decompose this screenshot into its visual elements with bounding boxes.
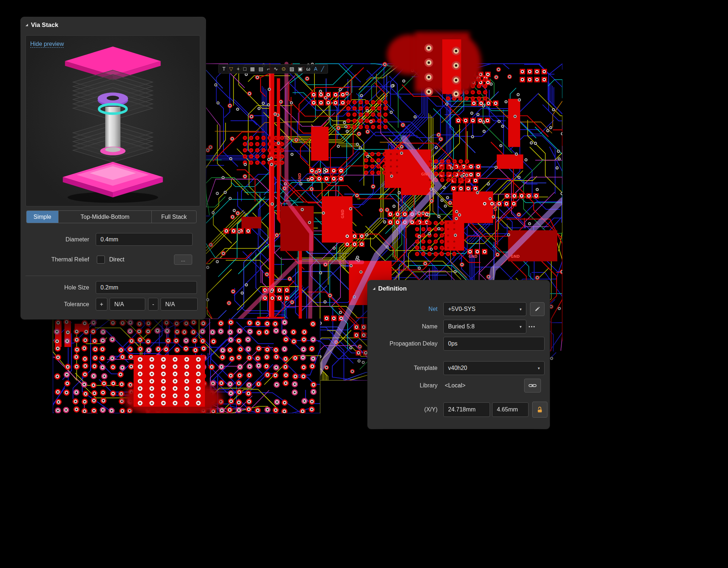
- link-icon: [529, 383, 537, 388]
- signal-wave-icon[interactable]: ∿: [274, 66, 278, 71]
- tolerance-minus-input[interactable]: N/A: [161, 298, 198, 311]
- collapse-icon[interactable]: ◢: [25, 23, 28, 27]
- layer-stack-icon[interactable]: ▤: [258, 66, 263, 71]
- tab-full-stack[interactable]: Full Stack: [152, 211, 196, 223]
- template-label: Template: [368, 361, 438, 375]
- library-value: <Local>: [445, 379, 466, 393]
- propagation-delay-label: Propagation Delay: [368, 337, 438, 351]
- xy-label: (X/Y): [368, 402, 438, 417]
- hole-size-input[interactable]: 0.2mm: [96, 281, 197, 294]
- name-value: Buried 5:8: [448, 323, 475, 330]
- chevron-down-icon: ▾: [519, 324, 522, 329]
- thermal-relief-checkbox[interactable]: [97, 256, 105, 264]
- tolerance-label: Tolerance: [21, 298, 89, 311]
- definition-header: ◢ Definition: [373, 285, 407, 292]
- text-tool-icon[interactable]: A: [314, 66, 317, 71]
- x-coordinate-input[interactable]: 24.718mm: [443, 402, 490, 417]
- net-value: +5V0-SYS: [448, 306, 475, 312]
- add-icon[interactable]: +: [237, 66, 240, 71]
- name-more-button[interactable]: •••: [529, 320, 536, 334]
- tolerance-minus-icon: -: [148, 298, 158, 311]
- tab-top-middle-bottom[interactable]: Top-Middle-Bottom: [59, 211, 152, 223]
- net-dropdown[interactable]: +5V0-SYS ▾: [443, 302, 526, 316]
- pin-icon[interactable]: ⊙: [281, 66, 286, 71]
- omega-tool-icon[interactable]: ω: [306, 66, 310, 71]
- bottom-layer-slab: [63, 162, 163, 203]
- composite-screenshot: { "icons": { "collapse_glyph": "◢", "car…: [0, 0, 728, 568]
- line-tool-icon[interactable]: ╱: [321, 66, 324, 71]
- hide-preview-link[interactable]: Hide preview: [30, 41, 64, 48]
- chevron-down-icon: ▾: [519, 307, 522, 312]
- filter-icon[interactable]: ▽: [229, 66, 233, 71]
- pcb-bottom-canvas[interactable]: [53, 319, 320, 413]
- via-mode-tabs: Simple Top-Middle-Bottom Full Stack: [26, 210, 197, 223]
- thermal-relief-label: Thermal Relief: [21, 254, 89, 265]
- thermal-relief-more-button[interactable]: ...: [174, 255, 192, 265]
- template-dropdown[interactable]: v40h20 ▾: [443, 361, 545, 375]
- definition-title: Definition: [378, 285, 407, 292]
- diameter-input[interactable]: 0.4mm: [96, 233, 193, 246]
- template-value: v40h20: [448, 365, 467, 371]
- tab-simple[interactable]: Simple: [27, 211, 59, 223]
- y-coordinate-input[interactable]: 4.65mm: [492, 402, 529, 417]
- hole-size-label: Hole Size: [21, 281, 89, 294]
- section-divider: [25, 276, 201, 276]
- via-3d-preview: [26, 36, 200, 206]
- image-icon[interactable]: ▣: [298, 66, 302, 71]
- chevron-down-icon: ▾: [538, 366, 540, 371]
- definition-panel: ◢ Definition Net +5V0-SYS ▾ Name Buried …: [368, 280, 550, 429]
- library-label: Library: [368, 379, 438, 393]
- library-link-button[interactable]: [524, 379, 541, 393]
- histogram-icon[interactable]: ▦: [250, 66, 255, 71]
- xy-lock-button[interactable]: [532, 402, 547, 418]
- via-preview-box: Hide preview: [25, 35, 200, 206]
- via-stack-header: ◢ Via Stack: [25, 21, 58, 29]
- selection-area-icon[interactable]: □: [244, 66, 246, 71]
- tolerance-plus-icon: +: [96, 298, 107, 311]
- select-tool-icon[interactable]: T: [222, 66, 226, 71]
- polygon-pour-icon[interactable]: ▨: [289, 66, 294, 71]
- pencil-icon: [534, 306, 540, 312]
- pcb-toolbar: T ▽ + □ ▦ ▤ ⌐ ∿ ⊙ ▨ ▣ ω A ╱: [218, 64, 328, 74]
- tolerance-plus-input[interactable]: N/A: [110, 298, 145, 311]
- net-label: Net: [368, 302, 438, 316]
- net-edit-button[interactable]: [530, 302, 545, 316]
- name-label: Name: [368, 320, 438, 334]
- diameter-label: Diameter: [21, 233, 89, 246]
- name-dropdown[interactable]: Buried 5:8 ▾: [443, 320, 526, 334]
- propagation-delay-input[interactable]: 0ps: [443, 337, 545, 351]
- via-stack-panel: ◢ Via Stack Hide preview: [21, 17, 206, 319]
- thermal-relief-option-label: Direct: [109, 254, 153, 265]
- collapse-icon[interactable]: ◢: [373, 287, 375, 290]
- unlock-icon: [536, 406, 543, 413]
- via-stack-title: Via Stack: [31, 21, 58, 29]
- route-icon[interactable]: ⌐: [267, 66, 270, 71]
